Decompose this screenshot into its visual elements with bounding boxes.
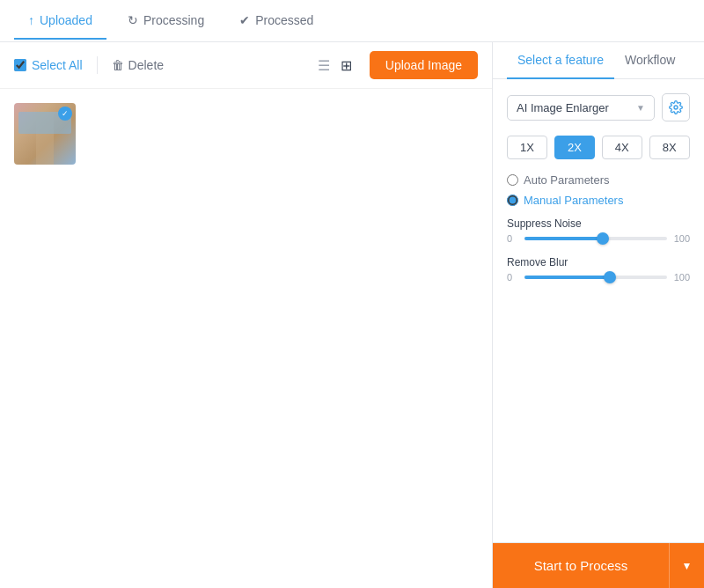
tab-select-feature[interactable]: Select a feature [507,42,614,79]
suppress-noise-thumb[interactable] [597,232,609,245]
select-all-checkbox[interactable] [14,59,26,71]
right-tabs: Select a feature Workflow [493,42,704,79]
auto-parameters-radio[interactable] [507,174,518,186]
suppress-noise-label: Suppress Noise [507,217,690,230]
feature-selector: AI Image Enlarger ▼ [507,93,690,121]
processing-icon: ↻ [128,13,138,27]
image-check-overlay: ✓ [58,107,72,121]
upload-icon: ↑ [28,13,34,27]
scale-8x-button[interactable]: 8X [649,136,690,159]
scale-buttons: 1X 2X 4X 8X [507,136,690,159]
tab-workflow-label: Workflow [625,53,675,67]
main-layout: Select All 🗑 Delete ☰ ⊞ Upload Image ✓ [0,42,704,588]
toolbar: Select All 🗑 Delete ☰ ⊞ Upload Image [0,42,492,89]
image-grid: ✓ [0,89,492,588]
select-all-group[interactable]: Select All [14,58,83,72]
toolbar-divider [97,56,98,74]
remove-blur-group: Remove Blur 0 100 [507,256,690,283]
svg-point-0 [674,106,678,109]
image-item[interactable]: ✓ [14,103,76,165]
process-bar: Start to Process ▼ [493,542,704,588]
upload-image-button[interactable]: Upload Image [370,51,478,79]
right-content: AI Image Enlarger ▼ 1X 2X 4X 8X [493,79,704,542]
remove-blur-track[interactable] [524,276,667,279]
processed-icon: ✔ [239,13,250,27]
delete-button[interactable]: 🗑 Delete [112,58,164,72]
scale-1x-button[interactable]: 1X [507,136,547,159]
remove-blur-label: Remove Blur [507,256,690,268]
auto-parameters-label: Auto Parameters [524,173,610,187]
right-panel: Select a feature Workflow AI Image Enlar… [493,42,704,588]
suppress-noise-track[interactable] [524,237,667,240]
manual-parameters-option[interactable]: Manual Parameters [507,194,690,207]
view-toggle: ☰ ⊞ [314,54,356,77]
tab-uploaded[interactable]: ↑ Uploaded [14,3,106,40]
suppress-noise-group: Suppress Noise 0 100 [507,217,690,244]
grid-view-button[interactable]: ⊞ [337,54,356,77]
tab-processed[interactable]: ✔ Processed [225,3,327,40]
suppress-noise-fill [524,237,603,240]
tab-processed-label: Processed [255,13,313,27]
remove-blur-thumb[interactable] [604,271,616,283]
manual-parameters-radio[interactable] [507,195,518,206]
select-all-label: Select All [32,58,83,72]
process-dropdown-arrow-button[interactable]: ▼ [669,543,704,588]
feature-dropdown[interactable]: AI Image Enlarger ▼ [507,95,655,121]
trash-icon: 🗑 [112,58,124,72]
parameters-group: Auto Parameters Manual Parameters [507,173,690,207]
top-nav: ↑ Uploaded ↻ Processing ✔ Processed [0,0,704,42]
feature-selected-label: AI Image Enlarger [517,101,609,114]
suppress-noise-max: 100 [674,233,690,244]
remove-blur-max: 100 [674,272,690,283]
suppress-noise-min: 0 [507,233,517,244]
scale-2x-button[interactable]: 2X [554,136,595,159]
scale-4x-button[interactable]: 4X [602,136,642,159]
start-to-process-button[interactable]: Start to Process [493,543,669,588]
remove-blur-fill [524,276,610,279]
list-view-button[interactable]: ☰ [314,54,334,77]
suppress-noise-row: 0 100 [507,233,690,244]
settings-icon-button[interactable] [662,93,690,121]
tab-uploaded-label: Uploaded [40,13,92,27]
dropdown-arrow-icon: ▼ [636,103,645,113]
tab-select-feature-label: Select a feature [517,53,604,67]
tab-workflow[interactable]: Workflow [614,42,686,79]
remove-blur-row: 0 100 [507,272,690,283]
manual-parameters-label: Manual Parameters [524,194,623,207]
tab-processing-label: Processing [143,13,204,27]
left-panel: Select All 🗑 Delete ☰ ⊞ Upload Image ✓ [0,42,493,588]
tab-processing[interactable]: ↻ Processing [114,3,218,40]
process-arrow-icon: ▼ [682,560,693,572]
gear-icon [669,100,683,114]
auto-parameters-option[interactable]: Auto Parameters [507,173,690,187]
delete-label: Delete [128,58,164,72]
remove-blur-min: 0 [507,272,517,283]
